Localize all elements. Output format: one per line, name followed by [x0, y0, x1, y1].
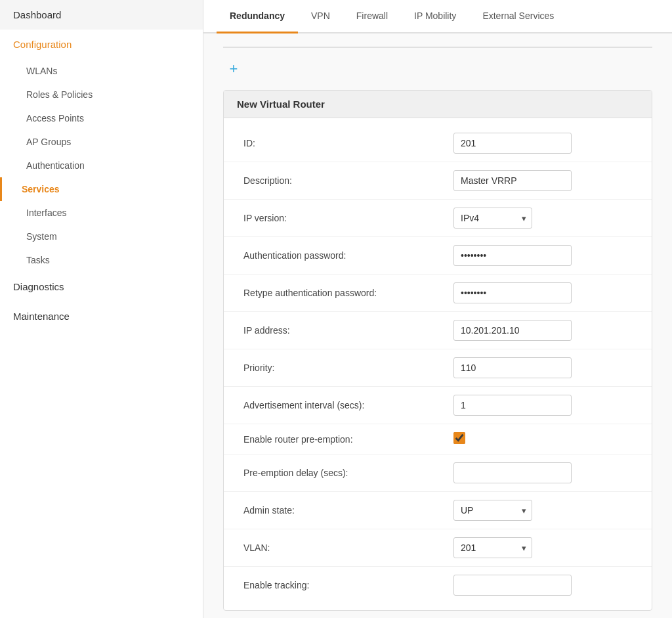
- label-id-field: ID:: [243, 138, 453, 148]
- sidebar-item-configuration[interactable]: Configuration: [0, 30, 203, 59]
- label-retype-auth-password-field: Retype authentication password:: [243, 288, 453, 298]
- select-ip-version-field[interactable]: IPv4IPv6: [454, 208, 532, 228]
- tab-bar: RedundancyVPNFirewallIP MobilityExternal…: [203, 0, 672, 33]
- tab-firewall[interactable]: Firewall: [343, 0, 401, 33]
- form-row-vlan-field: VLAN:201202203▾: [224, 529, 652, 567]
- label-enable-preemption-field: Enable router pre-emption:: [243, 434, 453, 445]
- sidebar-item-services[interactable]: Services: [0, 177, 203, 201]
- form-row-tracking-field: Enable tracking:: [224, 567, 652, 604]
- content-area: + New Virtual Router ID:Description:IP v…: [203, 33, 672, 618]
- input-id-field[interactable]: [453, 133, 572, 154]
- label-admin-state-field: Admin state:: [243, 505, 453, 516]
- sidebar-label-services: Services: [22, 184, 60, 194]
- control-admin-state-field: UPDOWN▾: [453, 500, 572, 521]
- sidebar-item-dashboard[interactable]: Dashboard: [0, 0, 203, 30]
- label-priority-field: Priority:: [243, 363, 453, 373]
- sidebar-label-tasks: Tasks: [26, 255, 50, 265]
- form-row-auth-password-field: Authentication password:: [224, 237, 652, 275]
- label-description-field: Description:: [243, 175, 453, 186]
- sidebar-item-system[interactable]: System: [0, 225, 203, 248]
- tab-ip-mobility[interactable]: IP Mobility: [401, 0, 469, 33]
- input-tracking-field[interactable]: [453, 575, 572, 596]
- sidebar-label-configuration: Configuration: [13, 39, 72, 50]
- sidebar-item-roles-policies[interactable]: Roles & Policies: [0, 83, 203, 106]
- sidebar-item-tasks[interactable]: Tasks: [0, 248, 203, 272]
- sidebar-label-roles-policies: Roles & Policies: [26, 89, 93, 100]
- sidebar-item-maintenance[interactable]: Maintenance: [0, 301, 203, 331]
- form-row-retype-auth-password-field: Retype authentication password:: [224, 275, 652, 312]
- label-auth-password-field: Authentication password:: [243, 250, 453, 261]
- sidebar-item-interfaces[interactable]: Interfaces: [0, 201, 203, 225]
- label-ip-version-field: IP version:: [243, 213, 453, 223]
- sidebar-label-wlans: WLANs: [26, 66, 57, 76]
- sidebar-label-access-points: Access Points: [26, 113, 84, 123]
- sidebar-item-wlans[interactable]: WLANs: [0, 59, 203, 83]
- new-virtual-router-card: New Virtual Router ID:Description:IP ver…: [223, 90, 652, 611]
- control-id-field: [453, 133, 572, 154]
- form-card-title: New Virtual Router: [224, 91, 652, 118]
- sidebar: DashboardConfigurationWLANsRoles & Polic…: [0, 0, 203, 618]
- select-wrapper-vlan-field: 201202203▾: [453, 537, 532, 558]
- tab-redundancy[interactable]: Redundancy: [217, 0, 298, 33]
- label-ip-address-field: IP address:: [243, 325, 453, 336]
- control-auth-password-field: [453, 245, 572, 266]
- control-advert-interval-field: [453, 395, 572, 416]
- sidebar-label-dashboard: Dashboard: [13, 9, 61, 20]
- form-row-description-field: Description:: [224, 162, 652, 200]
- add-button[interactable]: +: [223, 58, 244, 79]
- form-row-advert-interval-field: Advertisement interval (secs):: [224, 387, 652, 424]
- sidebar-item-authentication[interactable]: Authentication: [0, 154, 203, 177]
- select-vlan-field[interactable]: 201202203: [454, 538, 532, 558]
- sidebar-label-maintenance: Maintenance: [13, 311, 70, 322]
- tab-vpn[interactable]: VPN: [298, 0, 343, 33]
- input-preemption-delay-field[interactable]: [453, 462, 572, 483]
- control-preemption-delay-field: [453, 462, 572, 483]
- checkbox-enable-preemption-field[interactable]: [453, 432, 465, 444]
- sidebar-label-system: System: [26, 231, 57, 242]
- select-wrapper-ip-version-field: IPv4IPv6▾: [453, 208, 532, 229]
- input-auth-password-field[interactable]: [453, 245, 572, 266]
- form-row-priority-field: Priority:: [224, 349, 652, 387]
- input-ip-address-field[interactable]: [453, 320, 572, 341]
- sidebar-item-access-points[interactable]: Access Points: [0, 106, 203, 130]
- label-vlan-field: VLAN:: [243, 542, 453, 553]
- input-description-field[interactable]: [453, 170, 572, 191]
- control-description-field: [453, 170, 572, 191]
- form-row-ip-address-field: IP address:: [224, 312, 652, 349]
- select-admin-state-field[interactable]: UPDOWN: [454, 500, 532, 520]
- main-content: RedundancyVPNFirewallIP MobilityExternal…: [203, 0, 672, 618]
- control-enable-preemption-field: [453, 432, 572, 446]
- sidebar-label-interfaces: Interfaces: [26, 208, 66, 218]
- control-ip-version-field: IPv4IPv6▾: [453, 208, 572, 229]
- select-wrapper-admin-state-field: UPDOWN▾: [453, 500, 532, 521]
- divider: [223, 47, 652, 48]
- sidebar-label-authentication: Authentication: [26, 160, 85, 171]
- input-priority-field[interactable]: [453, 357, 572, 378]
- form-row-admin-state-field: Admin state:UPDOWN▾: [224, 492, 652, 529]
- label-advert-interval-field: Advertisement interval (secs):: [243, 400, 453, 410]
- control-tracking-field: [453, 575, 572, 596]
- tab-external-services[interactable]: External Services: [469, 0, 567, 33]
- sidebar-item-ap-groups[interactable]: AP Groups: [0, 130, 203, 154]
- form-body: ID:Description:IP version:IPv4IPv6▾Authe…: [224, 118, 652, 610]
- control-ip-address-field: [453, 320, 572, 341]
- form-row-ip-version-field: IP version:IPv4IPv6▾: [224, 200, 652, 237]
- label-preemption-delay-field: Pre-emption delay (secs):: [243, 468, 453, 478]
- control-retype-auth-password-field: [453, 282, 572, 303]
- input-advert-interval-field[interactable]: [453, 395, 572, 416]
- label-tracking-field: Enable tracking:: [243, 580, 453, 590]
- control-vlan-field: 201202203▾: [453, 537, 572, 558]
- sidebar-label-diagnostics: Diagnostics: [13, 281, 64, 292]
- sidebar-item-diagnostics[interactable]: Diagnostics: [0, 272, 203, 301]
- form-row-id-field: ID:: [224, 125, 652, 162]
- sidebar-label-ap-groups: AP Groups: [26, 137, 71, 147]
- form-row-preemption-delay-field: Pre-emption delay (secs):: [224, 454, 652, 492]
- form-row-enable-preemption-field: Enable router pre-emption:: [224, 424, 652, 454]
- control-priority-field: [453, 357, 572, 378]
- input-retype-auth-password-field[interactable]: [453, 282, 572, 303]
